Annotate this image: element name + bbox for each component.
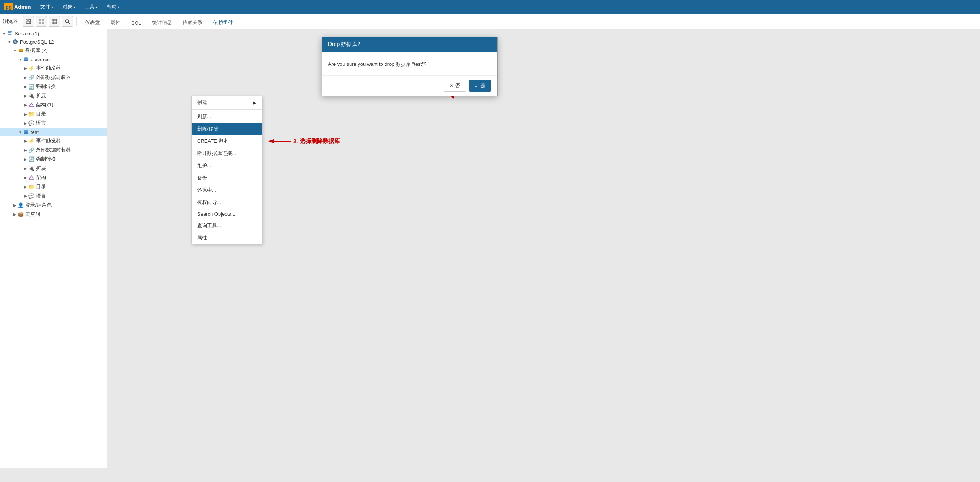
event-trigger-icon-t: ⚡ <box>28 138 34 144</box>
btn-yes[interactable]: ✓ 是 <box>469 80 491 92</box>
toggle-servers[interactable]: ▼ <box>2 31 7 36</box>
toggle-pg12[interactable]: ▼ <box>7 39 12 44</box>
tree-pg12[interactable]: ▼ 🐘 PostgreSQL 12 <box>0 37 107 46</box>
tab-dependencies[interactable]: 依赖关系 <box>177 16 208 30</box>
toggle-cast-t[interactable]: ▶ <box>23 156 28 162</box>
toolbar-search-btn[interactable] <box>62 16 73 27</box>
toggle-fdw-t[interactable]: ▶ <box>23 147 28 153</box>
tree-event-triggers-t[interactable]: ▶ ⚡ 事件触发器 <box>0 136 107 145</box>
tree-lang-t[interactable]: ▶ 💬 语言 <box>0 191 107 200</box>
search-icon <box>65 19 70 24</box>
svg-line-12 <box>68 22 70 24</box>
event-triggers-t-label: 事件触发器 <box>36 137 61 144</box>
toggle-event-triggers-t[interactable]: ▶ <box>23 138 28 143</box>
menu-tools[interactable]: 工具▾ <box>81 1 101 13</box>
toggle-login-roles[interactable]: ▶ <box>12 202 18 208</box>
svg-rect-2 <box>27 21 30 23</box>
tree-servers[interactable]: ▼ Servers (1) <box>0 29 107 37</box>
toggle-ext-p[interactable]: ▶ <box>23 93 28 98</box>
cast-t-label: 强制转换 <box>36 156 56 163</box>
menu-help[interactable]: 帮助▾ <box>103 1 124 13</box>
tree-event-triggers-p[interactable]: ▶ ⚡ 事件触发器 <box>0 64 107 73</box>
tab-statistics[interactable]: 统计信息 <box>147 16 177 30</box>
app-logo: pgAdmin <box>4 3 31 10</box>
tree-schema-p[interactable]: ▶ 架构 (1) <box>0 100 107 109</box>
server-icon <box>7 30 13 36</box>
save-icon <box>26 19 31 24</box>
grid-icon <box>39 19 44 24</box>
schema-t-label: 架构 <box>36 174 46 181</box>
toggle-cast-p[interactable]: ▶ <box>23 84 28 89</box>
tab-dependents[interactable]: 依赖组件 <box>208 16 238 30</box>
catalog-icon-t: 📁 <box>28 184 34 190</box>
toggle-tablespace[interactable]: ▶ <box>12 212 18 217</box>
toggle-schema-p[interactable]: ▶ <box>23 102 28 107</box>
cast-icon-p: 🔄 <box>28 83 34 90</box>
postgres-db-icon <box>23 56 29 62</box>
ext-p-label: 扩展 <box>36 92 46 99</box>
toggle-event-triggers-p[interactable]: ▶ <box>23 65 28 71</box>
catalog-t-label: 目录 <box>36 183 46 190</box>
btn-no[interactable]: ✕ 否 <box>444 80 466 92</box>
svg-rect-5 <box>39 22 41 24</box>
sidebar-browser: ▼ Servers (1) ▼ 🐘 PostgreSQL 12 ▼ 数据库 (2… <box>0 29 107 468</box>
toggle-catalog-p[interactable]: ▶ <box>23 111 28 117</box>
tree-cast-t[interactable]: ▶ 🔄 强制转换 <box>0 155 107 164</box>
tree-catalog-p[interactable]: ▶ 📁 目录 <box>0 109 107 119</box>
toggle-ext-t[interactable]: ▶ <box>23 166 28 171</box>
catalog-p-label: 目录 <box>36 111 46 117</box>
databases-label: 数据库 (2) <box>25 47 48 54</box>
svg-point-21 <box>19 51 23 52</box>
tree-tablespace[interactable]: ▶ 📦 表空间 <box>0 210 107 219</box>
tree-ext-t[interactable]: ▶ 🔌 扩展 <box>0 164 107 173</box>
tree-fdw-t[interactable]: ▶ 🔗 外部数据封装器 <box>0 145 107 155</box>
toggle-postgres[interactable]: ▼ <box>18 57 23 62</box>
toggle-lang-p[interactable]: ▶ <box>23 120 28 126</box>
tab-properties[interactable]: 属性 <box>105 16 126 30</box>
svg-point-27 <box>24 132 28 134</box>
tree-databases[interactable]: ▼ 数据库 (2) <box>0 46 107 55</box>
fdw-icon-p: 🔗 <box>28 74 34 80</box>
tablespace-icon: 📦 <box>18 211 24 217</box>
table-icon <box>52 19 57 24</box>
toggle-databases[interactable]: ▼ <box>12 48 18 53</box>
ext-icon-p: 🔌 <box>28 93 34 99</box>
tree-test[interactable]: ▼ test <box>0 128 107 136</box>
test-db-icon <box>23 129 29 135</box>
database-folder-icon <box>18 47 24 54</box>
tree-ext-p[interactable]: ▶ 🔌 扩展 <box>0 91 107 100</box>
toggle-fdw-p[interactable]: ▶ <box>23 75 28 80</box>
login-roles-icon: 👤 <box>18 202 24 208</box>
toggle-test[interactable]: ▼ <box>18 129 23 135</box>
main-layout: ▼ Servers (1) ▼ 🐘 PostgreSQL 12 ▼ 数据库 (2… <box>0 29 980 468</box>
tree-catalog-t[interactable]: ▶ 📁 目录 <box>0 182 107 191</box>
tree-postgres[interactable]: ▼ postgres <box>0 55 107 64</box>
cast-icon-t: 🔄 <box>28 156 34 162</box>
toolbar-grid-btn[interactable] <box>36 16 47 27</box>
toolbar-table-btn[interactable] <box>49 16 60 27</box>
drop-database-dialog: Drop 数据库? Are you sure you want to drop … <box>322 37 498 96</box>
svg-point-16 <box>11 34 12 35</box>
toggle-schema-t[interactable]: ▶ <box>23 175 28 180</box>
svg-point-11 <box>65 20 69 23</box>
login-roles-label: 登录/组角色 <box>25 202 52 208</box>
content-area: 创建 ▶ 刷新... 删除/移除 CREATE 脚本 断开数据库连接... 维护… <box>107 29 980 468</box>
tree-schema-t[interactable]: ▶ 架构 <box>0 173 107 182</box>
svg-text:🐘: 🐘 <box>13 40 18 44</box>
schema-icon-t <box>28 174 34 181</box>
tree-fdw-p[interactable]: ▶ 🔗 外部数据封装器 <box>0 73 107 82</box>
toggle-lang-t[interactable]: ▶ <box>23 193 28 199</box>
menu-object[interactable]: 对象▾ <box>59 1 79 13</box>
tablespace-label: 表空间 <box>25 211 40 218</box>
tree-cast-p[interactable]: ▶ 🔄 强制转换 <box>0 82 107 91</box>
tree-login-roles[interactable]: ▶ 👤 登录/组角色 <box>0 200 107 210</box>
ext-icon-t: 🔌 <box>28 165 34 171</box>
schema-icon-p <box>28 102 34 108</box>
menu-file[interactable]: 文件▾ <box>36 1 57 13</box>
tree-lang-p[interactable]: ▶ 💬 语言 <box>0 119 107 128</box>
catalog-icon-p: 📁 <box>28 111 34 117</box>
toggle-catalog-t[interactable]: ▶ <box>23 184 28 189</box>
toolbar-save-btn[interactable] <box>23 16 34 27</box>
tab-sql[interactable]: SQL <box>126 17 147 30</box>
tab-dashboard[interactable]: 仪表盘 <box>80 16 105 30</box>
